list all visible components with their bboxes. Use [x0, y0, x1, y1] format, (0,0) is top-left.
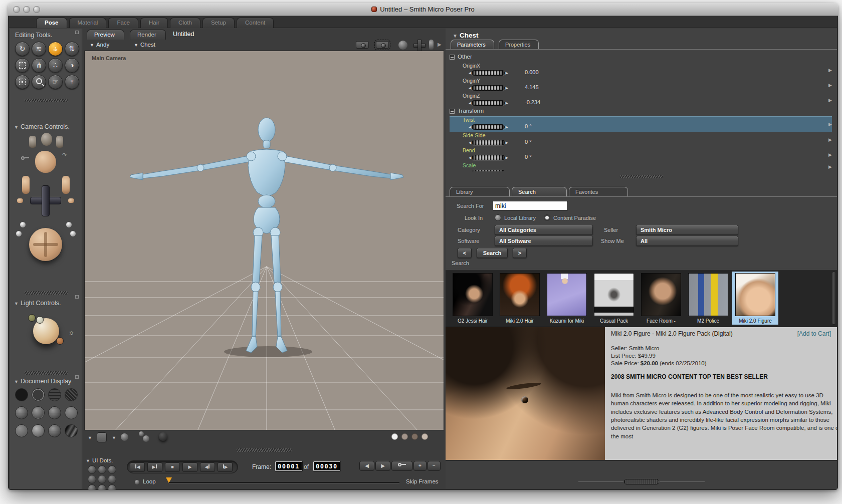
- last-frame-button[interactable]: ▶: [147, 462, 162, 472]
- tab-content[interactable]: Content: [237, 18, 274, 28]
- result-miki-20-figure-selected[interactable]: Miki 2.0 Figure: [732, 272, 778, 325]
- tab-hair[interactable]: Hair: [140, 18, 168, 28]
- camera-view-icon[interactable]: [356, 41, 369, 49]
- light-brightness-icon[interactable]: ☼: [68, 328, 75, 336]
- group-collapse-other[interactable]: [450, 55, 455, 60]
- view-magnifier-tool-icon[interactable]: [32, 75, 46, 89]
- first-frame-button[interactable]: ◀: [130, 462, 145, 472]
- section-divider-handle[interactable]: [25, 99, 68, 102]
- step-forward-button[interactable]: ▶: [218, 462, 233, 472]
- camera-dot-left-lower[interactable]: [16, 231, 22, 236]
- tab-material[interactable]: Material: [69, 18, 107, 28]
- param-label[interactable]: Scale: [463, 162, 476, 168]
- param-dial[interactable]: ◀▶: [469, 84, 508, 92]
- display-lit-wireframe-icon[interactable]: [15, 406, 28, 419]
- param-dial[interactable]: ◀▶: [469, 99, 508, 107]
- camera-select-icon[interactable]: [376, 41, 389, 49]
- translate-in-out-tool-icon[interactable]: ⇅: [65, 42, 79, 56]
- tab-setup[interactable]: Setup: [202, 18, 235, 28]
- edit-keyframes-button[interactable]: [391, 461, 412, 471]
- param-dial[interactable]: ◀▶: [469, 168, 508, 171]
- panel-dock-icon[interactable]: [75, 375, 79, 379]
- add-keyframe-button[interactable]: +: [413, 461, 427, 471]
- param-label[interactable]: Bend: [463, 147, 475, 153]
- display-outline-icon[interactable]: [32, 388, 45, 401]
- element-selector-menu[interactable]: ▼Chest: [134, 42, 155, 48]
- tab-favorites[interactable]: Favorites: [569, 187, 628, 196]
- param-dial[interactable]: ◀▶: [469, 123, 508, 131]
- param-menu-arrow[interactable]: ▶: [828, 164, 832, 169]
- animation-divider-handle[interactable]: [237, 448, 292, 452]
- light-tool-icon[interactable]: ♆: [65, 75, 79, 89]
- add-to-cart-link[interactable]: [Add to Cart]: [797, 330, 831, 337]
- dolly-left-hand-icon[interactable]: [17, 198, 23, 203]
- next-results-button[interactable]: >: [513, 248, 527, 258]
- delete-keyframe-button[interactable]: −: [428, 461, 441, 471]
- ui-dot-2[interactable]: [98, 465, 106, 474]
- ui-dot-9[interactable]: [108, 484, 116, 490]
- param-menu-arrow[interactable]: ▶: [828, 68, 832, 73]
- display-wireframe-icon[interactable]: [48, 388, 61, 401]
- tab-pose[interactable]: Pose: [36, 18, 67, 28]
- param-label[interactable]: Side-Side: [463, 132, 486, 138]
- display-dot-white[interactable]: [391, 433, 398, 440]
- depth-cue-button[interactable]: [97, 432, 107, 442]
- display-dot-light[interactable]: [422, 433, 428, 440]
- tab-library[interactable]: Library: [450, 187, 510, 196]
- camera-right-hand-icon[interactable]: [56, 136, 63, 148]
- left-hand-camera-icon[interactable]: [22, 176, 30, 194]
- param-label[interactable]: OriginY: [463, 78, 480, 84]
- display-hidden-line-icon[interactable]: [65, 388, 78, 401]
- section-divider-handle[interactable]: [25, 371, 68, 375]
- total-frames-counter[interactable]: 00030: [313, 461, 340, 471]
- expand-right-icon[interactable]: ▶: [438, 42, 442, 47]
- category-select[interactable]: All Categories: [495, 225, 593, 235]
- shadow-toggle-icon[interactable]: [159, 432, 167, 441]
- param-label[interactable]: OriginX: [463, 63, 480, 69]
- tracking-sphere-icon[interactable]: [121, 433, 128, 441]
- param-menu-arrow[interactable]: ▶: [828, 137, 832, 142]
- ui-dot-6[interactable]: [108, 475, 116, 483]
- param-dial[interactable]: ◀▶: [469, 69, 508, 77]
- step-back-button[interactable]: ◀: [200, 462, 215, 472]
- display-dot-tan[interactable]: [401, 433, 408, 440]
- light-controls-cluster[interactable]: ☼: [10, 309, 82, 359]
- group-collapse-transform[interactable]: [450, 109, 455, 114]
- display-flat-lined-icon[interactable]: [48, 406, 61, 419]
- camera-controls-cluster[interactable]: ↷: [10, 133, 82, 283]
- animating-camera-key-icon[interactable]: [21, 154, 29, 163]
- scene-canvas[interactable]: [85, 51, 444, 430]
- ui-dot-8[interactable]: [98, 484, 106, 490]
- tracking-menu-arrow[interactable]: ▼: [112, 435, 116, 440]
- display-flat-shaded-icon[interactable]: [32, 406, 45, 419]
- results-scrollbar[interactable]: [832, 272, 836, 325]
- tab-face[interactable]: Face: [108, 18, 138, 28]
- param-dial[interactable]: ◀▶: [469, 138, 508, 146]
- tab-cloth[interactable]: Cloth: [170, 18, 200, 28]
- flyaround-camera-icon[interactable]: [41, 133, 52, 146]
- ui-dot-7[interactable]: [88, 484, 96, 490]
- scale-tool-icon[interactable]: [15, 58, 30, 73]
- taper-tool-icon[interactable]: ⋔: [32, 58, 46, 73]
- panel-dock-icon[interactable]: [75, 31, 79, 34]
- stop-button[interactable]: ■: [165, 462, 180, 472]
- result-miki-20-hair[interactable]: Miki 2.0 Hair: [497, 272, 543, 325]
- camera-left-hand-icon[interactable]: [29, 136, 36, 148]
- light-indicator-3[interactable]: [56, 337, 64, 345]
- tracking-multi-icon-2[interactable]: [143, 435, 149, 442]
- result-kazumi-for-miki[interactable]: Kazumi for Miki: [544, 272, 590, 325]
- tab-preview[interactable]: Preview: [87, 30, 124, 40]
- radio-content-paradise[interactable]: [544, 214, 550, 221]
- right-hand-camera-icon[interactable]: [62, 176, 70, 194]
- param-menu-arrow[interactable]: ▶: [828, 98, 832, 103]
- search-input[interactable]: [493, 201, 568, 210]
- dolly-right-hand-icon[interactable]: [68, 198, 74, 203]
- display-silhouette-icon[interactable]: [15, 388, 28, 401]
- light-indicator-1[interactable]: [28, 314, 36, 322]
- color-tool-icon[interactable]: ◑: [65, 58, 79, 73]
- display-cartoon-icon[interactable]: [65, 406, 78, 419]
- current-element-header[interactable]: ▼Chest: [453, 31, 478, 40]
- grouping-tool-icon[interactable]: [15, 75, 30, 89]
- timeline-track[interactable]: [169, 482, 399, 483]
- direct-manipulation-tool-icon[interactable]: ☞: [48, 75, 63, 89]
